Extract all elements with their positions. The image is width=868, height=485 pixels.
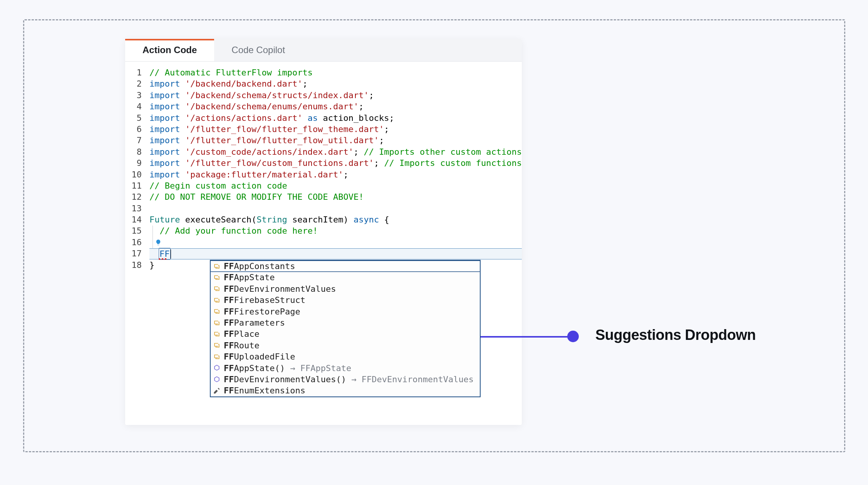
code-line[interactable]: import '/backend/schema/structs/index.da… xyxy=(149,90,522,101)
suggestion-text: FFPlace xyxy=(224,328,260,340)
line-number: 7 xyxy=(125,135,142,146)
tab-action-code[interactable]: Action Code xyxy=(125,39,214,61)
code-line[interactable]: import 'package:flutter/material.dart'; xyxy=(149,169,522,180)
suggestion-text: FFAppConstants xyxy=(224,261,295,272)
code-line[interactable]: import '/flutter_flow/custom_functions.d… xyxy=(149,157,522,169)
line-number: 4 xyxy=(125,101,142,112)
suggestion-text: FFDevEnvironmentValues xyxy=(224,283,336,294)
code-line[interactable]: // DO NOT REMOVE OR MODIFY THE CODE ABOV… xyxy=(149,191,522,202)
code-line[interactable] xyxy=(149,237,522,248)
active-line-highlight xyxy=(149,248,522,259)
class-icon xyxy=(213,274,221,281)
line-number: 2 xyxy=(125,78,142,89)
suggestion-item[interactable]: FFDevEnvironmentValues xyxy=(211,283,480,294)
line-number: 17 xyxy=(125,248,142,259)
line-number: 12 xyxy=(125,191,142,202)
line-number: 14 xyxy=(125,214,142,225)
suggestion-text: FFFirestorePage xyxy=(224,306,300,317)
code-line[interactable]: import '/custom_code/actions/index.dart'… xyxy=(149,146,522,157)
line-number: 5 xyxy=(125,112,142,124)
code-lines[interactable]: FF FFAppConstantsFFAppStateFFDevEnvironm… xyxy=(149,67,522,271)
method-icon xyxy=(213,364,221,372)
line-number: 6 xyxy=(125,124,142,135)
code-line[interactable]: import '/actions/actions.dart' as action… xyxy=(149,112,522,124)
class-icon xyxy=(213,353,221,361)
suggestion-item[interactable]: FFPlace xyxy=(211,328,480,340)
indent-guide xyxy=(152,226,153,249)
suggestion-item[interactable]: FFAppConstants xyxy=(211,261,480,272)
suggestion-item[interactable]: FFEnumExtensions xyxy=(211,385,480,396)
line-number: 18 xyxy=(125,259,142,271)
class-icon xyxy=(213,263,221,270)
lightbulb-icon[interactable] xyxy=(155,237,162,244)
suggestion-item[interactable]: FFUploadedFile xyxy=(211,351,480,362)
suggestion-hint: → FFDevEnvironmentValues xyxy=(346,375,474,384)
line-number: 16 xyxy=(125,237,142,248)
line-number-gutter: 123456789101112131415161718 xyxy=(125,67,149,271)
class-icon xyxy=(213,296,221,304)
suggestion-item[interactable]: FFParameters xyxy=(211,317,480,328)
suggestion-text: FFDevEnvironmentValues() → FFDevEnvironm… xyxy=(224,374,474,385)
tab-label: Action Code xyxy=(142,45,197,55)
suggestion-text: FFRoute xyxy=(224,340,260,351)
line-number: 9 xyxy=(125,157,142,169)
code-line[interactable]: // Automatic FlutterFlow imports xyxy=(149,67,522,78)
class-icon xyxy=(213,308,221,315)
suggestions-dropdown[interactable]: FFAppConstantsFFAppStateFFDevEnvironment… xyxy=(210,260,481,397)
suggestion-text: FFUploadedFile xyxy=(224,351,295,362)
code-line[interactable]: Future executeSearch(String searchItem) … xyxy=(149,214,522,225)
suggestion-item[interactable]: FFAppState() → FFAppState xyxy=(211,363,480,374)
code-line[interactable]: // Add your function code here! xyxy=(149,225,522,236)
line-number: 13 xyxy=(125,203,142,214)
caret xyxy=(171,249,171,259)
suggestion-text: FFEnumExtensions xyxy=(224,385,305,396)
suggestion-text: FFFirebaseStruct xyxy=(224,294,305,306)
code-area[interactable]: 123456789101112131415161718 FF FFAppCons… xyxy=(125,62,522,271)
suggestion-text: FFAppState xyxy=(224,272,275,283)
tab-code-copilot[interactable]: Code Copilot xyxy=(214,39,302,61)
line-number: 8 xyxy=(125,146,142,157)
suggestion-item[interactable]: FFFirebaseStruct xyxy=(211,294,480,306)
code-line[interactable] xyxy=(149,203,522,214)
class-icon xyxy=(213,285,221,293)
callout-dot-icon xyxy=(567,331,579,342)
class-icon xyxy=(213,319,221,327)
wrench-icon xyxy=(213,387,221,395)
line-number: 15 xyxy=(125,225,142,236)
line-number: 10 xyxy=(125,169,142,180)
method-icon xyxy=(213,376,221,383)
tab-label: Code Copilot xyxy=(231,45,285,55)
suggestion-text: FFAppState() → FFAppState xyxy=(224,363,351,374)
typed-token[interactable]: FF xyxy=(159,248,171,259)
line-number: 3 xyxy=(125,90,142,101)
class-icon xyxy=(213,330,221,338)
class-icon xyxy=(213,341,221,349)
suggestion-item[interactable]: FFFirestorePage xyxy=(211,306,480,317)
line-number: 1 xyxy=(125,67,142,78)
suggestion-item[interactable]: FFDevEnvironmentValues() → FFDevEnvironm… xyxy=(211,374,480,385)
callout-label: Suggestions Dropdown xyxy=(595,327,756,343)
suggestion-hint: → FFAppState xyxy=(285,363,351,373)
code-line[interactable]: import '/backend/schema/enums/enums.dart… xyxy=(149,101,522,112)
suggestion-item[interactable]: FFAppState xyxy=(211,272,480,283)
code-line[interactable]: // Begin custom action code xyxy=(149,180,522,191)
code-line[interactable]: import '/flutter_flow/flutter_flow_theme… xyxy=(149,124,522,135)
suggestion-item[interactable]: FFRoute xyxy=(211,340,480,351)
error-squiggle xyxy=(159,258,168,260)
code-editor-panel: Action Code Code Copilot 123456789101112… xyxy=(125,39,522,425)
code-line[interactable]: import '/flutter_flow/flutter_flow_util.… xyxy=(149,135,522,146)
code-line[interactable]: import '/backend/backend.dart'; xyxy=(149,78,522,89)
line-number: 11 xyxy=(125,180,142,191)
editor-tabbar: Action Code Code Copilot xyxy=(125,39,522,62)
suggestion-text: FFParameters xyxy=(224,317,285,328)
